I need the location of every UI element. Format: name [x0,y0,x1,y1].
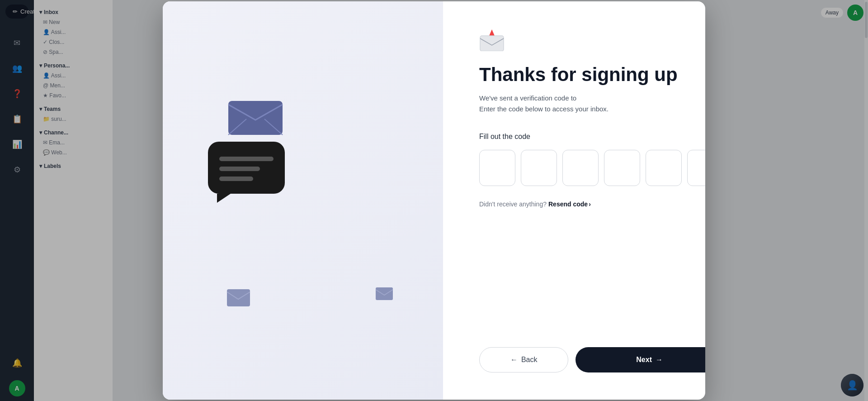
code-input-3[interactable] [562,150,599,186]
modal-right-panel: Thanks for signing up We've sent a verif… [443,1,705,400]
code-label: Fill out the code [479,133,705,141]
modal-footer: ← Back Next → [479,347,705,372]
email-received-icon [479,29,705,53]
modal-overlay: Thanks for signing up We've sent a verif… [0,0,868,401]
next-button[interactable]: Next → [576,347,705,372]
chat-bubble-icon [208,142,285,207]
code-input-5[interactable] [646,150,682,186]
svg-marker-7 [489,29,495,36]
resend-text: Didn't receive anything? [479,200,547,208]
svg-rect-6 [376,287,393,300]
envelope-small-left-icon [226,288,251,309]
modal: Thanks for signing up We've sent a verif… [163,1,705,400]
svg-rect-8 [480,36,504,51]
chevron-right-icon: › [589,200,591,208]
envelope-small-right-icon [375,287,393,302]
code-inputs-container [479,150,705,186]
envelope-large-icon [226,92,285,139]
code-input-1[interactable] [479,150,515,186]
arrow-right-icon: → [656,356,663,364]
code-input-6[interactable] [687,150,705,186]
modal-subtitle: We've sent a verification code to Enter … [479,93,705,115]
code-input-4[interactable] [604,150,640,186]
back-button[interactable]: ← Back [479,347,568,372]
arrow-left-icon: ← [510,356,518,364]
modal-left-panel [163,1,443,400]
resend-row: Didn't receive anything? Resend code › [479,200,705,208]
modal-title: Thanks for signing up [479,64,705,86]
svg-rect-5 [227,289,250,306]
svg-rect-0 [228,101,283,135]
resend-link[interactable]: Resend code › [548,200,591,208]
code-input-2[interactable] [521,150,557,186]
